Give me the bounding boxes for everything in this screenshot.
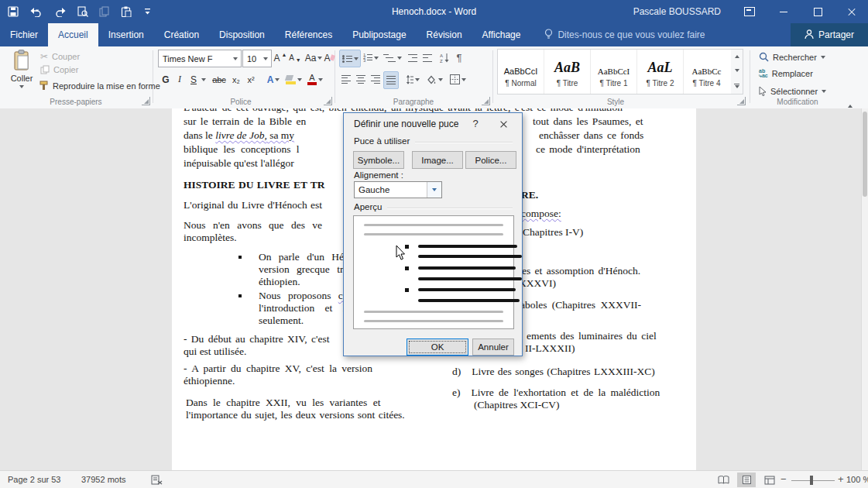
doc-line-fragment: Chapitres I-V) — [523, 226, 583, 239]
collapse-ribbon-icon[interactable] — [848, 96, 853, 105]
multilevel-list-button[interactable] — [383, 50, 403, 66]
numbering-button[interactable]: 1 2 3 — [361, 50, 381, 66]
justify-button[interactable] — [383, 71, 399, 89]
page-indicator[interactable]: Page 2 sur 53 — [8, 471, 61, 488]
shrink-font-button[interactable]: A▼ — [288, 50, 302, 66]
zoom-level[interactable]: 100 % — [846, 471, 868, 488]
style-gallery-scroll[interactable] — [731, 49, 743, 95]
paste-button[interactable]: Coller — [6, 50, 37, 88]
doc-line: e)Livre de l'exhortation et de la malédi… — [452, 387, 660, 399]
font-size-combo[interactable]: 10 — [242, 50, 272, 67]
print-preview-icon[interactable] — [76, 5, 90, 19]
format-painter-button[interactable]: Reproduire la mise en forme — [39, 81, 160, 91]
italic-button[interactable]: I — [174, 71, 185, 88]
align-right-button[interactable] — [369, 71, 383, 88]
save-icon[interactable] — [6, 5, 20, 19]
increase-indent-button[interactable] — [420, 50, 434, 66]
underline-button[interactable]: S — [187, 71, 200, 88]
zoom-in-icon[interactable]: + — [838, 471, 844, 488]
shading-button[interactable] — [424, 71, 444, 88]
doc-heading-fragment: RE. — [521, 189, 538, 201]
superscript-button[interactable]: x² — [244, 71, 258, 88]
scrollbar-thumb[interactable] — [863, 112, 867, 197]
style-titre-2[interactable]: AaL ¶ Titre 2 — [637, 50, 684, 94]
vertical-scrollbar[interactable] — [861, 108, 868, 470]
show-marks-button[interactable]: ¶ — [453, 50, 465, 66]
doc-line-fragment: XXXVI) — [519, 277, 556, 290]
minimize-icon[interactable] — [770, 0, 797, 23]
close-icon[interactable] — [839, 0, 865, 23]
alignment-select[interactable]: Gauche — [354, 181, 442, 198]
highlight-color-button[interactable] — [283, 71, 304, 88]
read-mode-icon[interactable] — [714, 473, 732, 487]
clipboard-dialog-launcher-icon[interactable] — [142, 97, 150, 105]
font-dialog-launcher-icon[interactable] — [324, 97, 332, 105]
tab-insertion[interactable]: Insertion — [98, 23, 154, 46]
style-dialog-launcher-icon[interactable] — [737, 97, 746, 105]
replace-button[interactable]: ab⤷ac Remplacer — [759, 69, 813, 78]
cancel-button[interactable]: Annuler — [472, 339, 514, 356]
style-normal[interactable]: AaBbCcI ¶ Normal — [498, 50, 544, 94]
find-button[interactable]: Rechercher — [759, 52, 825, 62]
paragraph-dialog-launcher-icon[interactable] — [482, 97, 490, 105]
line-spacing-button[interactable] — [401, 71, 421, 88]
doc-line: Dans le chapitre XXII, vu les variantes … — [186, 397, 380, 409]
clear-formatting-button[interactable]: A — [323, 50, 335, 66]
tab-accueil[interactable]: Accueil — [48, 23, 98, 46]
customize-qat-icon[interactable] — [141, 5, 155, 19]
tab-fichier[interactable]: Fichier — [0, 23, 48, 46]
sort-button[interactable]: AZ — [437, 50, 451, 66]
style-titre-1[interactable]: AaBbCcI ¶ Titre 1 — [591, 50, 637, 94]
tab-creation[interactable]: Création — [154, 23, 209, 46]
tab-references[interactable]: Références — [275, 23, 342, 46]
user-name[interactable]: Pascale BOUSSARD — [633, 0, 721, 23]
bullet-square — [238, 256, 242, 259]
strikethrough-button[interactable]: abc — [210, 71, 228, 88]
change-case-button[interactable]: Aa — [304, 50, 323, 66]
font-button[interactable]: Police... — [465, 151, 516, 169]
tab-affichage[interactable]: Affichage — [472, 23, 531, 46]
share-button[interactable]: Partager — [791, 23, 868, 46]
style-titre-4[interactable]: AaBbCc ¶ Titre 4 — [684, 50, 729, 94]
maximize-icon[interactable] — [805, 0, 831, 23]
align-center-button[interactable] — [354, 71, 368, 88]
line-spacing-icon — [403, 75, 413, 84]
doc-line-fragment: es et assomption d'Hénoch. — [522, 265, 640, 277]
tab-disposition[interactable]: Disposition — [209, 23, 275, 46]
dialog-close-icon[interactable] — [497, 118, 511, 130]
sort-icon: AZ — [440, 53, 450, 63]
font-name-combo[interactable]: Times New F — [158, 50, 242, 67]
grow-font-button[interactable]: A▲ — [273, 50, 287, 66]
dialog-help-icon[interactable]: ? — [469, 118, 482, 130]
align-left-button[interactable] — [339, 71, 353, 88]
symbol-button[interactable]: Symbole... — [353, 151, 404, 169]
subscript-button[interactable]: x₂ — [229, 71, 243, 88]
borders-button[interactable] — [448, 71, 468, 88]
style-titre[interactable]: AaB ¶ Titre — [544, 50, 591, 94]
decrease-indent-button[interactable] — [406, 50, 420, 66]
zoom-slider-track[interactable] — [791, 480, 835, 481]
text-effects-button[interactable]: A — [263, 71, 283, 88]
paste-icon[interactable] — [119, 5, 133, 19]
word-count[interactable]: 37952 mots — [81, 471, 125, 488]
redo-icon[interactable] — [54, 5, 68, 19]
font-color-button[interactable]: A — [305, 71, 325, 88]
bullets-button[interactable] — [339, 50, 361, 67]
tell-me-box[interactable]: Dites-nous ce que vous voulez faire — [544, 23, 705, 46]
bold-button[interactable]: G — [160, 71, 172, 88]
undo-icon[interactable] — [28, 5, 46, 19]
image-button[interactable]: Image... — [412, 151, 463, 169]
ribbon-display-options-icon[interactable] — [736, 0, 763, 23]
doc-line-fragment: aboles (Chapitres XXXVII- — [520, 299, 641, 311]
web-layout-icon[interactable] — [760, 473, 779, 487]
proofing-icon[interactable] — [151, 471, 163, 488]
select-button[interactable]: Sélectionner — [759, 86, 826, 96]
replace-icon: ab⤷ac — [759, 69, 768, 78]
ok-button[interactable]: OK — [407, 339, 468, 356]
tab-revision[interactable]: Révision — [417, 23, 472, 46]
zoom-out-icon[interactable]: − — [781, 471, 787, 488]
tab-publipostage[interactable]: Publipostage — [342, 23, 416, 46]
print-layout-icon[interactable] — [737, 473, 756, 487]
underline-dropdown-icon[interactable] — [200, 71, 208, 88]
zoom-slider-thumb[interactable] — [810, 476, 813, 485]
